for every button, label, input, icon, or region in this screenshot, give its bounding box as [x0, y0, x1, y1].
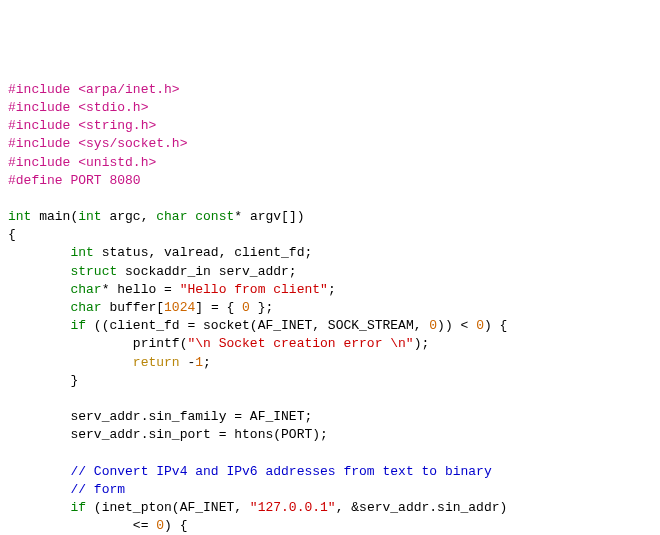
decl: buffer[ [102, 300, 164, 315]
line-13: char buffer[1024] = { 0 }; [8, 300, 273, 315]
line-8: int main(int argc, char const* argv[]) [8, 209, 305, 224]
decl: * hello = [102, 282, 180, 297]
decl: }; [250, 300, 273, 315]
define-rest: PORT 8080 [63, 173, 141, 188]
end: ); [414, 336, 430, 351]
expr: ((client_fd = socket(AF_INET, SOCK_STREA… [86, 318, 429, 333]
header: <arpa/inet.h> [70, 82, 179, 97]
semi: ; [203, 355, 211, 370]
line-25: <= 0) { [8, 518, 187, 533]
stmt: serv_addr.sin_port = htons(PORT); [70, 427, 327, 442]
expr: <= [133, 518, 156, 533]
semi: ; [328, 282, 336, 297]
header: <stdio.h> [70, 100, 148, 115]
line-6: #define PORT 8080 [8, 173, 141, 188]
brace: { [8, 227, 16, 242]
expr: ) { [484, 318, 507, 333]
line-16: return -1; [8, 355, 211, 370]
line-19: serv_addr.sin_family = AF_INET; [8, 409, 312, 424]
line-9: { [8, 227, 16, 242]
code-snippet: #include <arpa/inet.h> #include <stdio.h… [8, 81, 652, 535]
decl: ] = { [195, 300, 242, 315]
preproc: #include [8, 136, 70, 151]
expr: (inet_pton(AF_INET, [86, 500, 250, 515]
decl: sockaddr_in serv_addr; [117, 264, 296, 279]
number: 0 [476, 318, 484, 333]
line-23: // form [8, 482, 125, 497]
string-literal: "127.0.0.1" [250, 500, 336, 515]
number: 0 [429, 318, 437, 333]
argc: argc, [102, 209, 157, 224]
line-14: if ((client_fd = socket(AF_INET, SOCK_ST… [8, 318, 507, 333]
preproc: #include [8, 100, 70, 115]
comment: // Convert IPv4 and IPv6 addresses from … [70, 464, 491, 479]
line-2: #include <stdio.h> [8, 100, 148, 115]
line-17: } [8, 373, 78, 388]
decl: status, valread, client_fd; [94, 245, 312, 260]
preproc: #define [8, 173, 63, 188]
kw-if: if [70, 500, 86, 515]
kw-char: char [70, 300, 101, 315]
preproc: #include [8, 82, 70, 97]
expr: ) { [164, 518, 187, 533]
line-4: #include <sys/socket.h> [8, 136, 187, 151]
preproc: #include [8, 155, 70, 170]
brace: } [70, 373, 78, 388]
stmt: serv_addr.sin_family = AF_INET; [70, 409, 312, 424]
number: 0 [156, 518, 164, 533]
line-15: printf("\n Socket creation error \n"); [8, 336, 429, 351]
kw-if: if [70, 318, 86, 333]
expr: - [180, 355, 196, 370]
number: 1024 [164, 300, 195, 315]
kw-int: int [78, 209, 101, 224]
header: <string.h> [70, 118, 156, 133]
kw-int: int [70, 245, 93, 260]
preproc: #include [8, 118, 70, 133]
kw-struct: struct [70, 264, 117, 279]
line-5: #include <unistd.h> [8, 155, 156, 170]
kw-char: char [156, 209, 187, 224]
line-24: if (inet_pton(AF_INET, "127.0.0.1", &ser… [8, 500, 507, 515]
kw-return: return [133, 355, 180, 370]
fn-main: main [31, 209, 70, 224]
comment: // form [70, 482, 125, 497]
line-20: serv_addr.sin_port = htons(PORT); [8, 427, 328, 442]
line-1: #include <arpa/inet.h> [8, 82, 180, 97]
kw-int: int [8, 209, 31, 224]
expr: , &serv_addr.sin_addr) [336, 500, 508, 515]
string-literal: "Hello from client" [180, 282, 328, 297]
fn-printf: printf( [133, 336, 188, 351]
number: 1 [195, 355, 203, 370]
expr: )) < [437, 318, 476, 333]
line-12: char* hello = "Hello from client"; [8, 282, 336, 297]
line-3: #include <string.h> [8, 118, 156, 133]
header: <unistd.h> [70, 155, 156, 170]
number: 0 [242, 300, 250, 315]
kw-char: char [70, 282, 101, 297]
line-11: struct sockaddr_in serv_addr; [8, 264, 297, 279]
kw-const: const [187, 209, 234, 224]
line-10: int status, valread, client_fd; [8, 245, 312, 260]
string-literal: "\n Socket creation error \n" [187, 336, 413, 351]
line-22: // Convert IPv4 and IPv6 addresses from … [8, 464, 492, 479]
argv: * argv[]) [234, 209, 304, 224]
header: <sys/socket.h> [70, 136, 187, 151]
